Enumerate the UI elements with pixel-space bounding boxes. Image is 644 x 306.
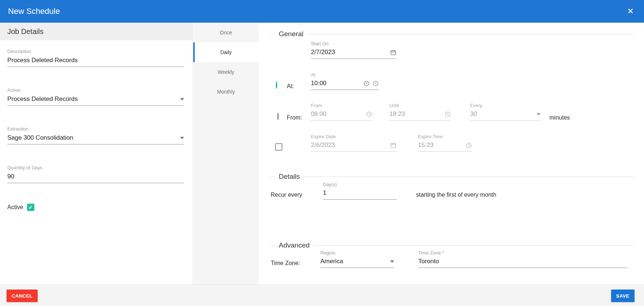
general-section-legend: General — [270, 30, 634, 38]
days-field: Day(s) 1 — [323, 182, 397, 200]
start-on-value: 2/7/2023 — [311, 49, 387, 56]
close-icon[interactable]: ✕ — [625, 6, 636, 17]
expire-date-field: Expire Date 2/6/2023 — [311, 134, 396, 152]
description-value: Process Deleted Records — [7, 57, 184, 64]
days-value: 1 — [323, 189, 397, 197]
minutes-label: minutes — [549, 114, 570, 121]
from-time-label: From — [311, 103, 372, 108]
start-on-label: Start On — [311, 41, 396, 46]
action-select[interactable]: Process Deleted Records — [7, 95, 184, 106]
advanced-section-legend: Advanced — [270, 241, 634, 249]
schedule-type-tabs: Once Daily Weekly Monthly — [193, 23, 259, 284]
quantity-of-days-value: 90 — [7, 173, 184, 180]
active-row: Active ✓ — [7, 204, 184, 211]
expire-date-input[interactable]: 2/6/2023 — [311, 141, 396, 152]
region-field: Region America — [320, 250, 394, 268]
timezone-input[interactable]: Toronto — [418, 258, 628, 268]
description-field: Description Process Deleted Records — [7, 49, 184, 67]
days-label: Day(s) — [323, 182, 397, 187]
at-time-field: At 10:00 — [311, 72, 379, 90]
start-on-input[interactable]: 2/7/2023 — [311, 49, 396, 59]
details-section-legend: Details — [270, 173, 634, 181]
tab-monthly[interactable]: Monthly — [193, 82, 259, 102]
at-time-input[interactable]: 10:00 — [311, 80, 379, 90]
active-checkbox[interactable]: ✓ — [27, 204, 34, 211]
general-legend-text: General — [279, 30, 304, 38]
region-label: Region — [320, 250, 394, 256]
region-value: America — [320, 258, 387, 265]
tab-once[interactable]: Once — [193, 23, 259, 42]
expire-date-value: 2/6/2023 — [311, 141, 387, 149]
clock-icon[interactable] — [373, 80, 379, 87]
at-time-label: At — [311, 72, 379, 78]
from-time-field: From 08:00 — [311, 103, 372, 121]
new-schedule-dialog: New Schedule ✕ Job Details Description P… — [0, 0, 644, 306]
from-radio-label[interactable]: From: — [287, 114, 302, 121]
quantity-of-days-label: Quantity of Days — [7, 165, 184, 170]
at-time-value: 10:00 — [311, 80, 361, 87]
active-label: Active — [7, 204, 23, 211]
timezone-value: Toronto — [418, 258, 628, 265]
every-label: Every — [470, 103, 541, 108]
expire-time-value: 15:23 — [418, 141, 463, 149]
from-time-input[interactable]: 08:00 — [311, 110, 372, 121]
details-legend-text: Details — [279, 173, 300, 181]
quantity-of-days-input[interactable]: 90 — [7, 173, 184, 183]
until-time-field: Until 18:23 — [389, 103, 451, 121]
schedule-settings-panel: General Start On 2/7/2023 At: At 10:00 — [259, 23, 644, 284]
action-label: Action — [7, 87, 184, 93]
action-value: Process Deleted Records — [7, 95, 177, 103]
job-details-fields: Description Process Deleted Records Acti… — [0, 40, 193, 211]
expire-time-input[interactable]: 15:23 — [418, 141, 472, 152]
every-value: 30 — [470, 110, 534, 118]
save-button[interactable]: SAVE — [611, 290, 635, 302]
from-time-value: 08:00 — [311, 110, 363, 118]
tab-weekly[interactable]: Weekly — [193, 62, 259, 82]
chevron-down-icon — [390, 260, 394, 263]
region-select[interactable]: America — [320, 258, 394, 268]
check-icon: ✓ — [28, 204, 33, 210]
job-details-header: Job Details — [0, 23, 193, 40]
chevron-down-icon — [180, 137, 184, 139]
extraction-select[interactable]: Sage 300 Consolidation — [7, 134, 184, 144]
recur-suffix-label: starting the first of every month — [416, 192, 496, 198]
description-label: Description — [7, 49, 184, 54]
timezone-field: Time Zone * Toronto — [418, 250, 628, 268]
calendar-icon — [390, 142, 396, 148]
at-radio-label[interactable]: At: — [287, 83, 294, 90]
tab-daily[interactable]: Daily — [193, 42, 259, 62]
at-radio[interactable] — [276, 81, 277, 89]
clock-icon — [445, 111, 451, 117]
start-on-field: Start On 2/7/2023 — [311, 41, 396, 59]
days-input[interactable]: 1 — [323, 189, 397, 200]
every-field: Every 30 — [470, 103, 541, 121]
from-radio[interactable] — [277, 113, 279, 120]
action-field: Action Process Deleted Records — [7, 87, 184, 106]
dialog-footer: CANCEL SAVE — [0, 284, 644, 306]
until-time-input[interactable]: 18:23 — [389, 110, 451, 121]
timezone-row-label: Time Zone: — [271, 260, 300, 267]
dialog-titlebar: New Schedule ✕ — [0, 0, 644, 23]
expire-checkbox[interactable] — [275, 143, 282, 151]
extraction-label: Extraction — [7, 126, 184, 132]
clock-icon — [466, 142, 472, 148]
description-input[interactable]: Process Deleted Records — [7, 57, 184, 67]
dialog-title: New Schedule — [8, 7, 60, 16]
every-select[interactable]: 30 — [470, 110, 541, 121]
chevron-down-icon — [180, 98, 184, 101]
quantity-of-days-field: Quantity of Days 90 — [7, 165, 184, 183]
expire-time-label: Expire Time — [418, 134, 472, 139]
expire-time-field: Expire Time 15:23 — [418, 134, 472, 152]
until-time-label: Until — [389, 103, 451, 108]
until-time-value: 18:23 — [389, 110, 442, 118]
extraction-field: Extraction Sage 300 Consolidation — [7, 126, 184, 144]
clock-icon[interactable] — [363, 80, 370, 87]
expire-date-label: Expire Date — [311, 134, 396, 139]
recur-every-label: Recur every — [271, 192, 302, 198]
calendar-icon[interactable] — [390, 49, 396, 56]
chevron-down-icon — [537, 113, 541, 116]
advanced-legend-text: Advanced — [279, 241, 310, 249]
timezone-label: Time Zone * — [418, 250, 628, 256]
cancel-button[interactable]: CANCEL — [7, 290, 38, 302]
clock-icon — [366, 111, 372, 117]
